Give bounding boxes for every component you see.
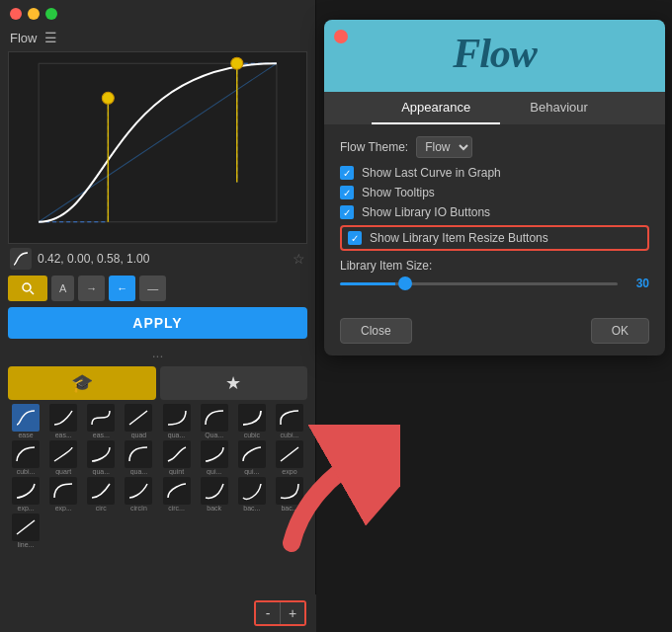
easing-name: qua... [83,468,119,475]
list-item[interactable]: cubic [234,404,270,438]
easing-name: qui... [197,468,232,475]
maximize-traffic-light[interactable] [45,8,57,20]
dialog-content: Flow Theme: Flow Dark Light ✓ Show Last … [324,124,665,310]
easing-name: ease [8,432,43,438]
ok-button[interactable]: OK [591,318,649,344]
minimize-traffic-light[interactable] [28,8,40,20]
library-item-size-label: Library Item Size: [340,259,649,273]
list-item[interactable]: eas... [45,404,81,438]
dialog-footer: Close OK [324,310,665,356]
easing-name: line... [8,541,43,548]
tool-row: A → ← — [0,274,315,303]
close-button[interactable]: Close [340,318,412,344]
library-tab-row: 🎓 ★ [8,366,307,400]
preferences-dialog: Flow Appearance Behaviour Flow Theme: Fl… [324,20,665,356]
list-item[interactable]: line... [8,514,43,548]
svg-line-4 [39,63,277,222]
list-item[interactable]: bac... [272,477,307,512]
list-item[interactable]: qua... [83,440,119,475]
list-item[interactable]: qui... [197,440,232,475]
easing-name: eas... [83,432,119,438]
list-item[interactable]: back [197,477,232,512]
list-item[interactable]: quart [45,440,81,475]
easing-library-grid: ease eas... eas... quad qua... Qua... cu… [8,404,307,548]
remove-preset-button[interactable]: - [256,602,280,624]
apply-button[interactable]: APPLY [8,307,307,339]
window-controls [0,0,315,28]
favorite-star-icon[interactable]: ☆ [293,251,305,267]
easing-name: circIn [121,505,156,512]
show-last-curve-label: Show Last Curve in Graph [362,166,501,180]
theme-label: Flow Theme: [340,140,408,154]
theme-row: Flow Theme: Flow Dark Light [340,136,649,158]
easing-name: expo [272,468,307,475]
dialog-close-button[interactable] [334,30,348,43]
list-item[interactable]: ease [8,404,43,438]
show-resize-buttons-label: Show Library Item Resize Buttons [370,231,548,245]
show-last-curve-checkbox[interactable]: ✓ [340,166,354,180]
svg-point-13 [23,283,31,291]
show-library-io-label: Show Library IO Buttons [362,205,490,219]
list-item[interactable]: exp... [8,477,43,512]
easing-name: cubi... [8,468,43,475]
show-tooltips-checkbox[interactable]: ✓ [340,186,354,199]
easing-name: qua... [121,468,156,475]
text-tool-button[interactable]: A [51,276,74,301]
library-size-slider[interactable] [340,282,618,285]
list-item[interactable]: cubi... [272,404,307,438]
list-item[interactable]: quint [159,440,195,475]
library-item-size-row: Library Item Size: 30 [340,259,649,290]
more-options-dots: ... [0,343,315,362]
list-item[interactable]: circIn [121,477,156,512]
show-library-io-checkbox[interactable]: ✓ [340,205,354,219]
list-item[interactable]: bac... [234,477,270,512]
presets-tab-button[interactable]: 🎓 [8,366,156,400]
close-traffic-light[interactable] [10,8,22,20]
list-item[interactable]: quad [121,404,156,438]
easing-name: exp... [8,505,43,512]
theme-select[interactable]: Flow Dark Light [416,136,472,158]
size-slider-row: 30 [340,276,649,290]
show-tooltips-row: ✓ Show Tooltips [340,186,649,199]
easing-name: bac... [234,505,270,512]
list-item[interactable]: qua... [121,440,156,475]
dialog-header: Flow [324,20,665,92]
tab-behaviour[interactable]: Behaviour [500,92,618,124]
list-item[interactable]: qui... [234,440,270,475]
arrow-left-active-button[interactable]: ← [109,276,135,301]
arrow-right-button[interactable]: → [78,276,105,301]
show-resize-buttons-checkbox[interactable]: ✓ [348,231,362,245]
dialog-tabs: Appearance Behaviour [324,92,665,124]
add-remove-controls: - + [254,600,306,626]
list-item[interactable]: cubi... [8,440,43,475]
easing-name: qua... [159,432,195,438]
easing-name: quint [159,468,195,475]
svg-point-12 [231,57,243,69]
easing-name: qui... [234,468,270,475]
search-tool-button[interactable] [8,276,47,301]
list-item[interactable]: expo [272,440,307,475]
list-item[interactable]: Qua... [197,404,232,438]
tab-appearance[interactable]: Appearance [372,92,500,124]
list-item[interactable]: exp... [45,477,81,512]
list-item[interactable]: circ [83,477,119,512]
easing-name: bac... [272,505,307,512]
list-item[interactable]: circ... [159,477,195,512]
easing-name: quart [45,468,81,475]
bottom-bar: - + [0,594,316,632]
easing-name: Qua... [197,432,232,438]
list-item[interactable]: eas... [83,404,119,438]
easing-name: eas... [45,432,81,438]
hamburger-icon[interactable]: ☰ [44,30,57,45]
favorites-tab-button[interactable]: ★ [160,366,308,400]
add-preset-button[interactable]: + [281,602,304,624]
dash-button[interactable]: — [139,276,166,301]
show-last-curve-row: ✓ Show Last Curve in Graph [340,166,649,180]
show-library-io-row: ✓ Show Library IO Buttons [340,205,649,219]
easing-value-text: 0.42, 0.00, 0.58, 1.00 [38,252,287,266]
easing-name: quad [121,432,156,438]
graph-area [8,51,307,244]
list-item[interactable]: qua... [159,404,195,438]
left-panel: Flow ☰ [0,0,316,632]
svg-point-11 [102,92,114,104]
